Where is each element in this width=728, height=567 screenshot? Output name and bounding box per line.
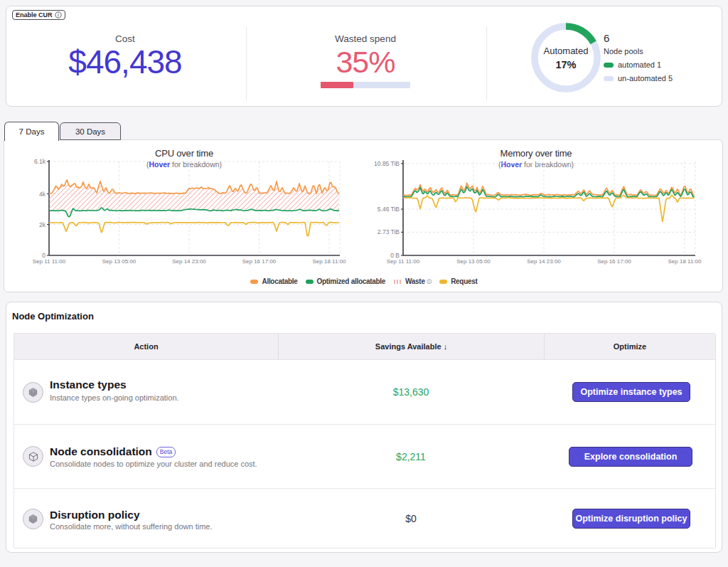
svg-text:6.1k: 6.1k bbox=[34, 158, 46, 165]
svg-text:Sep 14 23:00: Sep 14 23:00 bbox=[527, 258, 561, 265]
svg-text:2k: 2k bbox=[39, 221, 46, 228]
svg-text:Sep 18 11:00: Sep 18 11:00 bbox=[312, 258, 346, 265]
svg-text:4k: 4k bbox=[39, 191, 46, 198]
svg-text:2.73 TiB: 2.73 TiB bbox=[378, 228, 400, 235]
svg-text:Sep 11 11:00: Sep 11 11:00 bbox=[387, 258, 420, 265]
svg-text:Sep 18 11:00: Sep 18 11:00 bbox=[668, 258, 702, 265]
svg-text:Sep 14 23:00: Sep 14 23:00 bbox=[172, 258, 206, 265]
svg-text:Sep 11 11:00: Sep 11 11:00 bbox=[33, 258, 66, 265]
svg-text:Sep 13 05:00: Sep 13 05:00 bbox=[102, 258, 136, 265]
svg-text:10.85 TiB: 10.85 TiB bbox=[374, 160, 400, 167]
svg-text:5.46 TiB: 5.46 TiB bbox=[378, 206, 400, 213]
svg-text:Sep 16 17:00: Sep 16 17:00 bbox=[242, 258, 277, 265]
svg-text:Sep 13 05:00: Sep 13 05:00 bbox=[456, 258, 491, 265]
svg-text:Sep 16 17:00: Sep 16 17:00 bbox=[597, 258, 631, 265]
